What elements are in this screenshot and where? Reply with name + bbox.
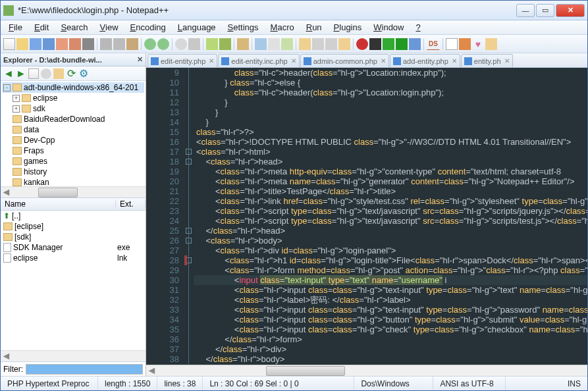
- doc-map-icon[interactable]: [312, 38, 324, 50]
- explorer-close-icon[interactable]: ✕: [137, 55, 143, 64]
- macro-play-multi-icon[interactable]: [396, 38, 408, 50]
- save-icon[interactable]: [30, 38, 41, 50]
- func-list-icon[interactable]: [325, 38, 337, 50]
- col-ext[interactable]: Ext.: [116, 199, 146, 209]
- explorer-header[interactable]: Explorer - D:\adt-bundle-wi... ✕: [1, 53, 146, 66]
- tab-close-icon[interactable]: ✕: [291, 57, 296, 65]
- tree-scrollbar[interactable]: ◄: [1, 186, 146, 197]
- tree-item[interactable]: history: [2, 167, 144, 177]
- tab-bar[interactable]: edit-entity.php✕edit-entity.inc.php✕admi…: [146, 53, 587, 68]
- tab[interactable]: admin-common.php✕: [300, 54, 389, 67]
- code-content[interactable]: class="hl-c">header(class="hl-g">"Locati…: [194, 68, 587, 365]
- filelist-scrollbar[interactable]: ◄: [1, 350, 146, 361]
- macro-stop-icon[interactable]: [369, 38, 381, 50]
- find-icon[interactable]: [175, 38, 187, 50]
- tree-item[interactable]: Fraps: [2, 145, 144, 156]
- menu-plugins[interactable]: Plugins: [329, 21, 367, 34]
- folder-icon: [13, 136, 22, 144]
- show-chars-icon[interactable]: [268, 38, 280, 50]
- zoom-out-icon[interactable]: [219, 38, 231, 50]
- tree-item[interactable]: data: [2, 124, 144, 135]
- tree-item[interactable]: BaiduReaderDownload: [2, 114, 144, 124]
- undo-icon[interactable]: [144, 38, 156, 50]
- file-row[interactable]: SDK Managerexe: [1, 242, 146, 253]
- menu-encoding[interactable]: Encoding: [125, 21, 171, 34]
- macro-save-icon[interactable]: [409, 38, 421, 50]
- filter-input[interactable]: [26, 364, 143, 375]
- tree-item[interactable]: games: [2, 156, 144, 167]
- menu-settings[interactable]: Settings: [223, 21, 264, 34]
- file-row[interactable]: [sdk]: [1, 232, 146, 242]
- titlebar[interactable]: *E:\www\filedock\login.php - Notepad++ —…: [1, 1, 587, 20]
- new-folder-icon[interactable]: [28, 68, 39, 79]
- paste-icon[interactable]: [126, 38, 138, 50]
- menu-edit[interactable]: Edit: [29, 21, 54, 34]
- line-gutter[interactable]: 9101112131415161718192021222324252627282…: [146, 68, 184, 365]
- sync-icon[interactable]: [237, 38, 249, 50]
- indent-guide-icon[interactable]: [281, 38, 293, 50]
- explorer-toggle-icon[interactable]: [485, 38, 497, 50]
- menu-window[interactable]: Window: [368, 21, 409, 34]
- prev-icon[interactable]: ◄: [3, 68, 14, 79]
- tree-item[interactable]: kankan: [2, 177, 144, 186]
- tree-item[interactable]: -adt-bundle-windows-x86_64-201: [2, 82, 144, 93]
- tab-close-icon[interactable]: ✕: [381, 57, 386, 65]
- close-all-icon[interactable]: [69, 38, 81, 50]
- replace-icon[interactable]: [188, 38, 200, 50]
- col-name[interactable]: Name: [1, 199, 116, 209]
- file-row[interactable]: eclipselnk: [1, 253, 146, 263]
- file-list-header[interactable]: Name Ext.: [1, 197, 146, 211]
- tree-item[interactable]: +sdk: [2, 103, 144, 114]
- spell-icon[interactable]: [446, 38, 458, 50]
- menu-?[interactable]: ?: [410, 21, 425, 34]
- code-editor[interactable]: 9101112131415161718192021222324252627282…: [146, 68, 587, 365]
- editor-scrollbar[interactable]: ◄: [146, 365, 587, 376]
- open-file-icon[interactable]: [16, 38, 28, 50]
- compare-icon[interactable]: [459, 38, 471, 50]
- menu-language[interactable]: Language: [173, 21, 221, 34]
- folder-icon[interactable]: [338, 38, 350, 50]
- zoom-in-icon[interactable]: [206, 38, 218, 50]
- tab-close-icon[interactable]: ✕: [504, 57, 510, 65]
- heart-icon[interactable]: ♥: [472, 38, 484, 50]
- tab[interactable]: edit-entity.php✕: [147, 54, 217, 67]
- user-lang-icon[interactable]: [299, 38, 311, 50]
- menu-search[interactable]: Search: [55, 21, 93, 34]
- folder-tree[interactable]: -adt-bundle-windows-x86_64-201+eclipse+s…: [1, 81, 146, 186]
- tab[interactable]: entity.ph✕: [461, 54, 513, 67]
- file-list[interactable]: ⬆[..][eclipse][sdk]SDK Managerexeeclipse…: [1, 211, 146, 350]
- macro-record-icon[interactable]: [356, 38, 368, 50]
- close-button[interactable]: ✕: [556, 4, 585, 17]
- menu-macro[interactable]: Macro: [265, 21, 300, 34]
- folder-view-icon[interactable]: [53, 68, 64, 79]
- tab-close-icon[interactable]: ✕: [209, 57, 214, 65]
- minimize-button[interactable]: —: [516, 4, 535, 17]
- copy-icon[interactable]: [113, 38, 125, 50]
- redo-icon[interactable]: [157, 38, 169, 50]
- cut-icon[interactable]: [100, 38, 112, 50]
- tab[interactable]: add-entity.php✕: [390, 54, 460, 67]
- tree-item[interactable]: +eclipse: [2, 93, 144, 103]
- menu-run[interactable]: Run: [301, 21, 327, 34]
- macro-play-icon[interactable]: [383, 38, 394, 50]
- menu-file[interactable]: File: [3, 21, 28, 34]
- next-icon[interactable]: ►: [16, 68, 26, 79]
- maximize-button[interactable]: ▭: [536, 4, 554, 17]
- tab-close-icon[interactable]: ✕: [452, 57, 457, 65]
- word-wrap-icon[interactable]: [255, 38, 267, 50]
- settings-icon[interactable]: ⚙: [78, 68, 89, 79]
- file-row[interactable]: ⬆[..]: [1, 211, 146, 221]
- folder-icon: [3, 233, 13, 241]
- tree-item[interactable]: Dev-Cpp: [2, 135, 144, 145]
- print-icon[interactable]: [82, 38, 94, 50]
- file-row[interactable]: [eclipse]: [1, 221, 146, 232]
- fold-column[interactable]: -----: [184, 68, 194, 365]
- menu-view[interactable]: View: [95, 21, 124, 34]
- save-all-icon[interactable]: [43, 38, 55, 50]
- new-file-icon[interactable]: [3, 38, 15, 50]
- ds-icon[interactable]: DS: [427, 38, 440, 50]
- find-in-files-icon[interactable]: [41, 68, 51, 79]
- tab[interactable]: edit-entity.inc.php✕: [218, 54, 299, 67]
- close-file-icon[interactable]: [56, 38, 68, 50]
- refresh-icon[interactable]: ⟳: [66, 68, 76, 79]
